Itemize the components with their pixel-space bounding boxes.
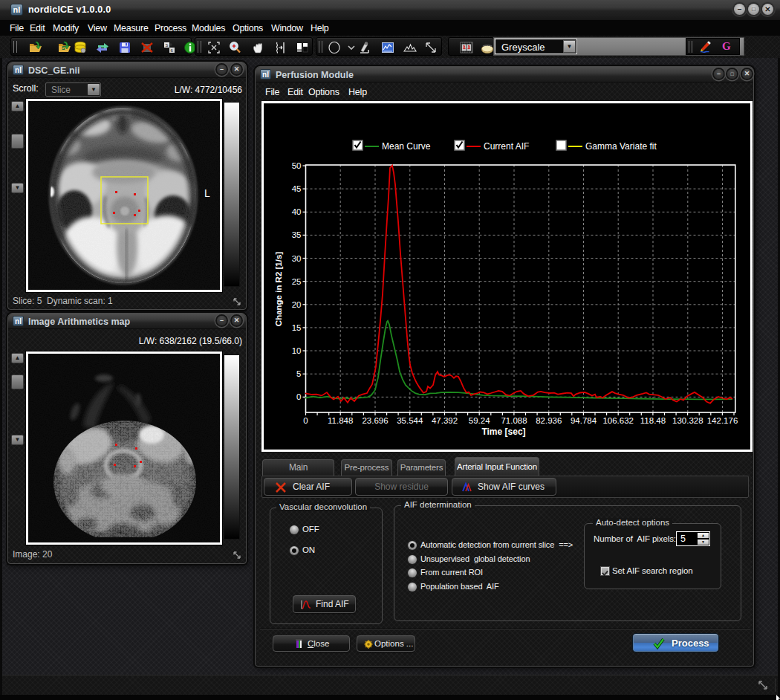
svg-text:0: 0 (296, 392, 301, 401)
svg-text:40: 40 (292, 207, 302, 216)
svg-text:106.632: 106.632 (602, 416, 634, 425)
svg-text:45: 45 (292, 184, 302, 193)
svg-text:20: 20 (292, 300, 302, 309)
svg-text:50: 50 (292, 161, 302, 170)
svg-text:10: 10 (292, 346, 302, 355)
svg-text:L: L (204, 187, 210, 199)
svg-text:15: 15 (292, 323, 302, 332)
svg-text:0: 0 (303, 416, 308, 425)
svg-text:130.328: 130.328 (672, 416, 703, 425)
svg-text:94.784: 94.784 (571, 416, 597, 425)
svg-text:71.088: 71.088 (501, 416, 527, 425)
svg-text:Time [sec]: Time [sec] (481, 427, 525, 437)
svg-text:25: 25 (292, 277, 302, 286)
svg-text:142.176: 142.176 (707, 416, 738, 425)
svg-text:35: 35 (292, 230, 302, 239)
svg-text:35.544: 35.544 (397, 416, 423, 425)
svg-text:Gamma Variate fit: Gamma Variate fit (585, 141, 657, 152)
svg-text:Current AIF: Current AIF (484, 141, 529, 152)
svg-text:47.392: 47.392 (432, 416, 458, 425)
svg-text:30: 30 (292, 254, 302, 263)
svg-text:11.848: 11.848 (328, 416, 353, 425)
svg-text:S: S (62, 45, 65, 51)
svg-text:Mean Curve: Mean Curve (382, 141, 431, 152)
svg-text:S: S (166, 43, 169, 48)
svg-text:82.936: 82.936 (536, 416, 562, 425)
svg-text:Change in R2 [1/s]: Change in R2 [1/s] (274, 252, 283, 326)
svg-text:23.696: 23.696 (362, 416, 388, 425)
svg-text:5: 5 (296, 369, 301, 378)
svg-text:59.24: 59.24 (469, 416, 490, 425)
svg-text:118.48: 118.48 (640, 416, 666, 425)
